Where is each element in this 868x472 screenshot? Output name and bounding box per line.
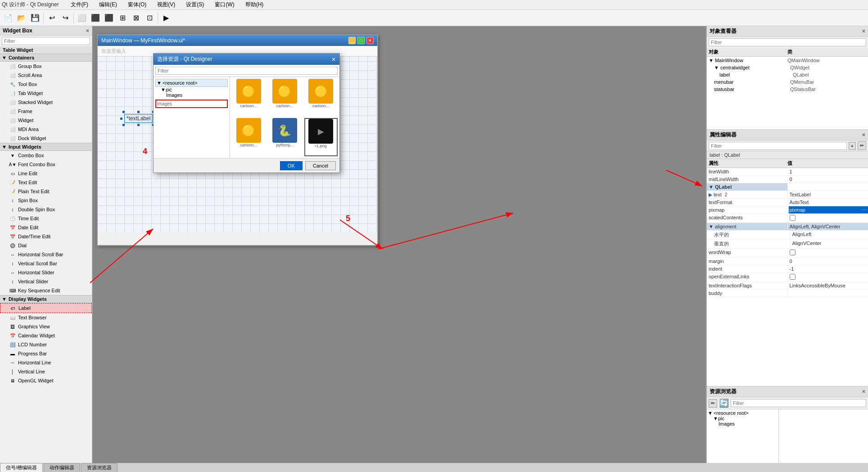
widget-vertical-line[interactable]: │Vertical Line: [0, 367, 92, 376]
widget-text-edit[interactable]: 📝Text Edit: [0, 178, 92, 187]
property-filter-input[interactable]: [709, 142, 847, 150]
property-edit-button[interactable]: ✏: [858, 141, 866, 150]
widget-group-box[interactable]: ⬜Group Box: [0, 62, 92, 71]
prop-margin[interactable]: margin 0: [707, 258, 868, 265]
obj-menubar[interactable]: menubar QMenuBar: [707, 78, 868, 86]
layout-h-button[interactable]: ⬛: [89, 12, 102, 24]
layout-grid-button[interactable]: ⊞: [116, 12, 129, 24]
prop-pixmap[interactable]: pixmap pixmap ⋯: [707, 206, 868, 214]
resource-edit-button[interactable]: ✏: [709, 399, 717, 408]
prop-linewidth[interactable]: lineWidth 1: [707, 168, 868, 176]
widget-progress-bar[interactable]: ▬Progress Bar: [0, 349, 92, 358]
widget-mdi-area[interactable]: ⬜MDI Area: [0, 125, 92, 134]
dialog-close-icon[interactable]: ✕: [331, 56, 336, 63]
category-input-widgets[interactable]: ▼Input Widgets: [0, 143, 92, 151]
widget-double-spin-box[interactable]: ↕Double Spin Box: [0, 205, 92, 214]
widget-key-sequence-edit[interactable]: ⌨Key Sequence Edit: [0, 286, 92, 295]
menu-file[interactable]: 文件(F): [68, 0, 91, 9]
close-button[interactable]: ✕: [366, 37, 374, 44]
widget-plain-text-edit[interactable]: 📝Plain Text Edit: [0, 187, 92, 196]
widget-tool-box[interactable]: 🔧Tool Box: [0, 80, 92, 89]
widget-scroll-area[interactable]: ⬜Scroll Area: [0, 71, 92, 80]
save-button[interactable]: 💾: [29, 12, 41, 24]
prop-text[interactable]: ▶ text 2 TextLabel: [707, 191, 868, 199]
property-add-button[interactable]: +: [849, 142, 856, 150]
res-images-item[interactable]: Images: [708, 421, 778, 427]
resource-browser-close[interactable]: ✕: [862, 389, 865, 394]
resource-filter-input[interactable]: [731, 399, 866, 407]
menu-form[interactable]: 窗体(O): [125, 0, 149, 9]
tab-action-editor[interactable]: 动作编辑器: [44, 463, 80, 472]
tab-resource-browser[interactable]: 资源浏览器: [81, 463, 118, 472]
menu-view[interactable]: 视图(V): [154, 0, 178, 9]
widget-combo-box[interactable]: ▼Combo Box: [0, 151, 92, 160]
handle-bc[interactable]: [137, 124, 140, 126]
obj-label[interactable]: label QLabel: [707, 71, 868, 78]
tree-images-item[interactable]: Images: [155, 92, 228, 98]
image-item-5[interactable]: ▶ r1.png: [304, 118, 338, 156]
prop-textformat[interactable]: textFormat AutoText: [707, 199, 868, 206]
widget-stacked-widget[interactable]: ⬜Stacked Widget: [0, 98, 92, 107]
widget-label[interactable]: 🏷Label: [0, 303, 92, 313]
break-layout-button[interactable]: ⊠: [130, 12, 142, 24]
new-button[interactable]: 📄: [2, 12, 14, 24]
prop-wordwrap[interactable]: wordWrap: [707, 249, 868, 258]
scaled-contents-checkbox[interactable]: [790, 215, 796, 221]
handle-tl[interactable]: [122, 111, 125, 113]
widget-horizontal-slider[interactable]: ↔Horizontal Slider: [0, 268, 92, 277]
prop-buddy[interactable]: buddy: [707, 290, 868, 297]
widget-font-combo-box[interactable]: A▼Font Combo Box: [0, 160, 92, 169]
image-item-2[interactable]: 🟡 cartoon...: [304, 79, 338, 115]
widget-line-edit[interactable]: ▭Line Edit: [0, 169, 92, 178]
image-item-1[interactable]: 🟡 cartoon...: [268, 79, 301, 115]
category-containers[interactable]: ▼Containers: [0, 54, 92, 62]
prop-midlinewidth[interactable]: midLineWidth 0: [707, 176, 868, 183]
res-pic-item[interactable]: ▼pic: [708, 416, 778, 421]
adjust-size-button[interactable]: ⊡: [143, 12, 156, 24]
prop-scaledcontents[interactable]: scaledContents: [707, 214, 868, 223]
object-inspector-filter[interactable]: [709, 38, 866, 46]
widget-spin-box[interactable]: ↕Spin Box: [0, 196, 92, 205]
restore-button[interactable]: □: [357, 37, 365, 44]
widget-table-widget[interactable]: Table Widget: [0, 46, 92, 54]
image-item-4[interactable]: 🐍 pythonji...: [268, 118, 301, 156]
widget-lcd-number[interactable]: 🔢LCD Number: [0, 340, 92, 349]
handle-ml[interactable]: [120, 118, 122, 120]
widget-vertical-slider[interactable]: ↕Vertical Slider: [0, 277, 92, 286]
prop-openexternallinks[interactable]: openExternalLinks: [707, 273, 868, 282]
prop-vertical[interactable]: 垂直的 AlignVCenter: [707, 240, 868, 249]
menu-window[interactable]: 窗口(W): [212, 0, 237, 9]
widget-horizontal-line[interactable]: ─Horizontal Line: [0, 358, 92, 367]
widget-widget[interactable]: ⬜Widget: [0, 116, 92, 125]
widget-horizontal-scrollbar[interactable]: ↔Horizontal Scroll Bar: [0, 250, 92, 259]
widget-box-close[interactable]: ✕: [86, 28, 89, 33]
tree-resource-root[interactable]: ▼<resource root>: [155, 79, 228, 87]
res-root-item[interactable]: ▼<resource root>: [708, 410, 778, 416]
widget-dock-widget[interactable]: ⬜Dock Widget: [0, 134, 92, 143]
property-editor-close[interactable]: ✕: [862, 132, 865, 137]
text-label-widget[interactable]: *textLabel: [124, 114, 153, 123]
preview-button[interactable]: ▶: [160, 12, 172, 24]
image-item-0[interactable]: 🟡 cartoon...: [232, 79, 265, 115]
widget-button[interactable]: ⬜: [76, 12, 88, 24]
open-button[interactable]: 📂: [15, 12, 28, 24]
handle-tc[interactable]: [137, 111, 140, 113]
minimize-button[interactable]: _: [348, 37, 356, 44]
image-item-3[interactable]: 🟡 cartoon...: [232, 118, 265, 156]
widget-dial[interactable]: 🔘Dial: [0, 241, 92, 250]
undo-button[interactable]: ↩: [45, 12, 58, 24]
redo-button[interactable]: ↪: [59, 12, 72, 24]
menu-edit[interactable]: 编辑(E): [96, 0, 120, 9]
handle-bl[interactable]: [122, 124, 125, 126]
category-display-widgets[interactable]: ▼Display Widgets: [0, 295, 92, 303]
tree-pic-item[interactable]: ▼pic: [155, 87, 228, 92]
widget-datetime-edit[interactable]: 📅Date/Time Edit: [0, 232, 92, 241]
dialog-filter-input[interactable]: [155, 67, 338, 75]
object-inspector-close[interactable]: ✕: [862, 29, 865, 34]
prop-alignment-category[interactable]: ▼ alignment AlignLeft, AlignVCenter: [707, 223, 868, 231]
menu-help[interactable]: 帮助(H): [243, 0, 267, 9]
widget-graphics-view[interactable]: 🖼Graphics View: [0, 322, 92, 331]
widget-text-browser[interactable]: 📖Text Browser: [0, 313, 92, 322]
prop-textinteractionflags[interactable]: textInteractionFlags LinksAccessibleByMo…: [707, 282, 868, 290]
widget-calendar-widget[interactable]: 📅Calendar Widget: [0, 331, 92, 340]
